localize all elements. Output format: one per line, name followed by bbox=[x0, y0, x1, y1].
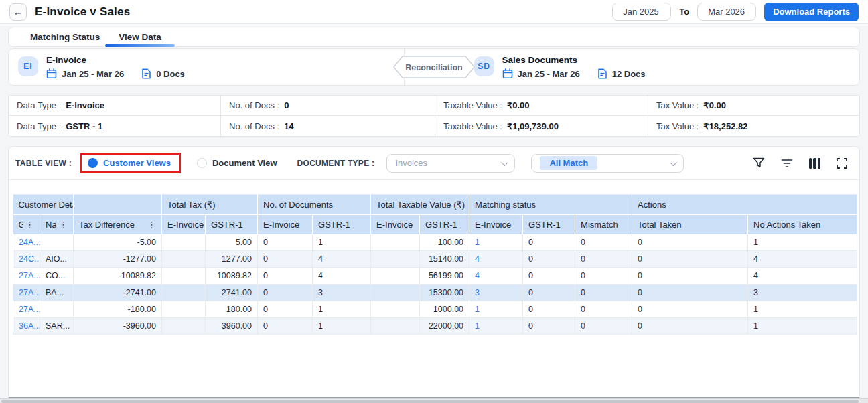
cell-matching-einvoice[interactable]: 1 bbox=[469, 318, 523, 335]
cell-docs-einvoice: 0 bbox=[258, 318, 313, 335]
horizontal-scrollbar[interactable] bbox=[0, 398, 868, 403]
cell-matching-einvoice[interactable]: 1 bbox=[469, 301, 523, 318]
einvoice-doc-count: 0 Docs bbox=[156, 69, 185, 79]
cell-total-tax-gstr1: 5.00 bbox=[206, 234, 258, 251]
cell-gstin[interactable]: 27A... bbox=[13, 268, 40, 285]
cell-matching-einvoice[interactable]: 4 bbox=[469, 268, 523, 285]
radio-document-view[interactable]: Document View bbox=[197, 158, 277, 168]
gstin-link[interactable]: 36A... bbox=[19, 321, 40, 331]
gstin-link[interactable]: 24C... bbox=[19, 254, 40, 264]
matching-einvoice-link[interactable]: 1 bbox=[475, 238, 480, 247]
cell-taxable-gstr1: 22000.00 bbox=[420, 318, 469, 335]
back-button[interactable]: ← bbox=[9, 3, 27, 21]
columns-icon[interactable] bbox=[809, 158, 821, 169]
gstin-link[interactable]: 27A... bbox=[19, 305, 40, 314]
cell-matching-einvoice[interactable]: 3 bbox=[469, 285, 523, 301]
summary-value: ₹0.00 bbox=[703, 100, 726, 110]
table-view-label: TABLE VIEW : bbox=[15, 159, 72, 168]
cell-no-actions-taken: 1 bbox=[748, 301, 857, 318]
cell-total-tax-gstr1: 2741.00 bbox=[206, 285, 258, 301]
document-type-select[interactable]: Invoices bbox=[386, 154, 515, 173]
date-from-input[interactable]: Jan 2025 bbox=[612, 3, 671, 21]
cell-gstin[interactable]: 27A... bbox=[13, 301, 40, 318]
column-menu-icon[interactable]: ⋮ bbox=[145, 220, 156, 230]
cell-matching-gstr1: 0 bbox=[523, 268, 575, 285]
cell-docs-einvoice: 0 bbox=[258, 285, 313, 301]
filter-icon[interactable] bbox=[753, 157, 765, 169]
cell-gstin[interactable]: 27A... bbox=[13, 285, 40, 301]
radio-document-view-label: Document View bbox=[212, 158, 277, 168]
scrollbar-thumb[interactable] bbox=[1, 400, 859, 403]
fullscreen-icon[interactable] bbox=[837, 158, 847, 169]
group-actions: Actions bbox=[632, 195, 857, 215]
cell-total-taken: 0 bbox=[632, 318, 748, 335]
document-icon bbox=[597, 68, 607, 79]
cell-gstin[interactable]: 36A... bbox=[13, 318, 40, 335]
tabs-bar: Matching Status View Data bbox=[8, 27, 860, 47]
column-menu-icon[interactable]: ⋮ bbox=[23, 220, 34, 230]
sales-date-range: Jan 25 - Mar 26 bbox=[518, 69, 580, 79]
cell-docs-gstr1: 3 bbox=[313, 285, 371, 301]
col-total-tax-einvoice: E-Invoice bbox=[162, 215, 206, 234]
document-icon bbox=[141, 68, 151, 79]
cell-docs-einvoice: 0 bbox=[258, 301, 313, 318]
cell-total-tax-gstr1: 3960.00 bbox=[206, 318, 258, 335]
summary-label: Tax Value : bbox=[656, 100, 699, 110]
summary-label: Data Type : bbox=[17, 121, 61, 131]
calendar-icon bbox=[46, 68, 57, 79]
cell-gstin[interactable]: 24A... bbox=[13, 234, 40, 251]
group-total-tax: Total Tax (₹) bbox=[162, 195, 258, 215]
cell-taxable-gstr1: 56199.00 bbox=[420, 268, 469, 285]
cell-taxable-einvoice bbox=[371, 251, 420, 268]
radio-customer-views[interactable]: Customer Views bbox=[88, 158, 171, 168]
cell-no-actions-taken: 1 bbox=[748, 234, 857, 251]
cell-no-actions-taken: 3 bbox=[748, 285, 857, 301]
gstin-link[interactable]: 24A... bbox=[19, 238, 40, 247]
matching-einvoice-link[interactable]: 4 bbox=[475, 271, 480, 280]
cell-total-tax-einvoice bbox=[162, 234, 206, 251]
radio-unselected-icon[interactable] bbox=[197, 158, 207, 168]
matching-einvoice-link[interactable]: 3 bbox=[475, 288, 480, 297]
cell-tax-difference: -1277.00 bbox=[74, 251, 162, 268]
summary-cell: Tax Value :₹18,252.82 bbox=[648, 116, 859, 136]
summary-value: ₹1,09,739.00 bbox=[507, 121, 559, 131]
cell-matching-einvoice[interactable]: 4 bbox=[469, 251, 523, 268]
col-taxable-einvoice: E-Invoice bbox=[371, 215, 420, 234]
tab-matching-status[interactable]: Matching Status bbox=[21, 27, 109, 46]
date-to-input[interactable]: Mar 2026 bbox=[697, 3, 756, 21]
cell-total-taken: 0 bbox=[632, 234, 748, 251]
gstin-link[interactable]: 27A... bbox=[19, 288, 40, 297]
cell-total-tax-einvoice bbox=[162, 268, 206, 285]
match-filter-select[interactable]: All Match bbox=[531, 154, 684, 173]
sort-filter-lines-icon[interactable] bbox=[781, 158, 793, 168]
download-reports-button[interactable]: Download Reports bbox=[764, 3, 859, 21]
group-empty bbox=[74, 195, 162, 215]
chevron-down-icon bbox=[670, 158, 677, 165]
summary-label: Data Type : bbox=[17, 100, 61, 110]
matching-einvoice-link[interactable]: 4 bbox=[475, 254, 480, 264]
cell-gstin[interactable]: 24C... bbox=[13, 251, 40, 268]
radio-customer-views-label: Customer Views bbox=[103, 158, 171, 168]
gstin-link[interactable]: 27A... bbox=[19, 271, 40, 280]
cell-total-taken: 0 bbox=[632, 301, 748, 318]
summary-value: 14 bbox=[284, 121, 293, 131]
summary-value: 0 bbox=[284, 100, 289, 110]
sales-badge: SD bbox=[474, 56, 494, 76]
match-filter-value: All Match bbox=[540, 156, 597, 170]
summary-label: No. of Docs : bbox=[229, 121, 279, 131]
top-bar: ← E-Invoice v Sales Jan 2025 To Mar 2026… bbox=[0, 0, 868, 24]
cell-taxable-gstr1: 100.00 bbox=[420, 234, 469, 251]
tab-view-data[interactable]: View Data bbox=[109, 27, 171, 46]
radio-selected-icon[interactable] bbox=[88, 158, 98, 168]
group-matching-status: Matching status bbox=[469, 195, 632, 215]
cell-matching-einvoice[interactable]: 1 bbox=[469, 234, 523, 251]
matching-einvoice-link[interactable]: 1 bbox=[475, 321, 480, 331]
summary-value: ₹18,252.82 bbox=[703, 121, 747, 131]
summary-cell: Tax Value :₹0.00 bbox=[648, 96, 859, 116]
column-menu-icon[interactable]: ⋮ bbox=[56, 220, 68, 230]
cell-docs-einvoice: 0 bbox=[258, 268, 313, 285]
matching-einvoice-link[interactable]: 1 bbox=[475, 305, 480, 314]
summary-cell: No. of Docs :0 bbox=[221, 96, 435, 116]
cell-total-taken: 0 bbox=[632, 251, 748, 268]
cell-docs-einvoice: 0 bbox=[258, 234, 313, 251]
